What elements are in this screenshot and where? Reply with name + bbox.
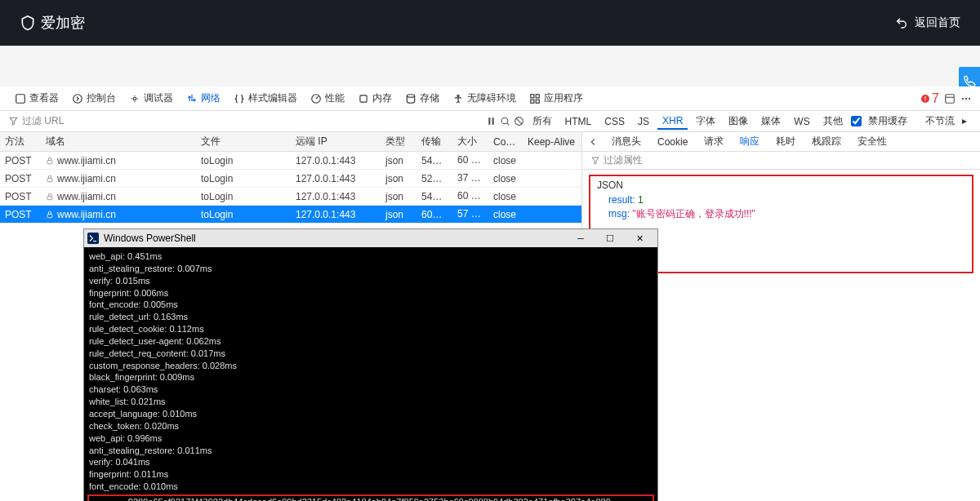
svg-point-5 (407, 94, 414, 97)
powershell-icon (87, 233, 99, 244)
col-size[interactable]: 大小 (452, 133, 488, 150)
svg-rect-14 (946, 94, 955, 103)
filter-css[interactable]: CSS (599, 114, 630, 129)
tab-stack[interactable]: 栈跟踪 (804, 131, 849, 152)
shield-icon (20, 13, 36, 33)
col-type[interactable]: 类型 (381, 133, 416, 150)
svg-rect-19 (488, 117, 490, 125)
svg-point-16 (962, 97, 964, 99)
filter-fonts[interactable]: 字体 (691, 113, 720, 130)
powershell-window: Windows PowerShell ─ ☐ ✕ web_api: 0.451m… (83, 228, 658, 501)
block-icon[interactable] (514, 116, 524, 126)
url-filter[interactable]: 过滤 URL (8, 114, 64, 128)
col-method[interactable]: 方法 (0, 133, 41, 150)
tab-headers[interactable]: 消息头 (604, 131, 649, 152)
console-tab[interactable]: 控制台 (65, 88, 122, 109)
svg-rect-9 (531, 100, 534, 103)
style-editor-tab[interactable]: 样式编辑器 (227, 88, 304, 109)
table-row[interactable]: POSTwww.ijiami.cntoLogin127.0.0.1:443jso… (0, 206, 581, 224)
svg-rect-4 (360, 95, 367, 101)
funnel-icon (590, 156, 600, 166)
col-file[interactable]: 文件 (196, 133, 291, 150)
filter-other[interactable]: 其他 (818, 113, 848, 130)
pause-icon[interactable] (486, 116, 497, 126)
tab-security[interactable]: 安全性 (849, 131, 895, 152)
filter-html[interactable]: HTML (560, 114, 597, 129)
table-row[interactable]: POSTwww.ijiami.cntoLogin127.0.0.1:443jso… (0, 188, 581, 206)
styles-icon (234, 93, 245, 104)
table-row[interactable]: POSTwww.ijiami.cntoLogin127.0.0.1:443jso… (0, 170, 581, 188)
a11y-tab[interactable]: 无障碍环境 (446, 88, 523, 109)
tab-response[interactable]: 响应 (732, 131, 768, 152)
back-icon[interactable] (587, 136, 599, 148)
brand-logo[interactable]: 爱加密 (20, 13, 85, 33)
devtools-toolbar: 查看器 控制台 调试器 网络 样式编辑器 性能 内存 存储 无障碍环境 应用程序… (0, 86, 980, 111)
filter-media[interactable]: 媒体 (756, 113, 786, 130)
svg-point-2 (133, 97, 136, 100)
minimize-button[interactable]: ─ (566, 229, 595, 247)
col-remote[interactable]: 远端 IP (291, 133, 381, 150)
search-icon[interactable] (500, 116, 510, 126)
filter-ws[interactable]: WS (789, 114, 814, 129)
performance-tab[interactable]: 性能 (304, 88, 351, 109)
close-button[interactable]: ✕ (625, 229, 654, 247)
memory-tab[interactable]: 内存 (351, 88, 399, 109)
col-keepalive[interactable]: Keep-Alive (523, 135, 581, 149)
network-table-header: 方法 域名 文件 远端 IP 类型 传输 大小 Conne... Keep-Al… (0, 132, 581, 152)
warning-badge[interactable]: 7 (920, 91, 939, 106)
debugger-tab[interactable]: 调试器 (122, 88, 180, 109)
filter-js[interactable]: JS (633, 114, 654, 129)
more-icon[interactable] (960, 93, 972, 104)
svg-line-24 (515, 118, 522, 125)
perf-icon (310, 93, 322, 104)
application-tab[interactable]: 应用程序 (523, 88, 590, 109)
col-transfer[interactable]: 传输 (416, 133, 452, 150)
response-filter[interactable]: 过滤属性 (582, 152, 980, 170)
filter-all[interactable]: 所有 (528, 113, 557, 130)
ps-title: Windows PowerShell (104, 233, 566, 244)
svg-rect-25 (47, 160, 52, 163)
dock-icon[interactable] (944, 93, 956, 104)
svg-rect-13 (925, 100, 926, 101)
ps-titlebar[interactable]: Windows PowerShell ─ ☐ ✕ (84, 229, 657, 247)
maximize-button[interactable]: ☐ (595, 229, 625, 247)
ps-highlight-box: 0289e65af92171f43922db44cdcead6a99bd2315… (87, 494, 654, 501)
app-icon (529, 93, 541, 104)
console-icon (72, 93, 83, 104)
json-msg-line: msg: "账号密码正确，登录成功!!!" (597, 207, 965, 221)
filter-images[interactable]: 图像 (724, 113, 753, 130)
table-row[interactable]: POSTwww.ijiami.cntoLogin127.0.0.1:443jso… (0, 152, 581, 170)
tab-timing[interactable]: 耗时 (768, 131, 804, 152)
col-conn[interactable]: Conne... (488, 135, 523, 149)
svg-rect-28 (47, 214, 52, 217)
svg-rect-10 (536, 100, 539, 103)
svg-rect-20 (492, 117, 493, 125)
undo-icon (895, 16, 908, 29)
network-tab[interactable]: 网络 (180, 88, 227, 109)
inspector-tab[interactable]: 查看器 (8, 88, 65, 109)
svg-rect-0 (16, 94, 25, 103)
disable-cache-checkbox[interactable]: 禁用缓存 (851, 113, 912, 130)
back-home-link[interactable]: 返回首页 (895, 16, 960, 30)
svg-point-17 (965, 97, 967, 99)
svg-point-21 (501, 117, 508, 124)
tab-cookie[interactable]: Cookie (649, 133, 696, 151)
svg-line-22 (506, 123, 509, 126)
storage-tab[interactable]: 存储 (399, 88, 446, 109)
json-title: JSON (597, 180, 965, 191)
svg-point-18 (969, 97, 970, 99)
memory-icon (358, 93, 369, 104)
tab-request[interactable]: 请求 (696, 131, 732, 152)
network-filter-bar: 过滤 URL 所有 HTML CSS JS XHR 字体 图像 媒体 WS 其他… (0, 111, 980, 132)
throttle-select[interactable]: 不节流 ▸ (915, 113, 972, 130)
storage-icon (405, 93, 416, 104)
filter-xhr[interactable]: XHR (657, 113, 688, 130)
svg-rect-7 (531, 94, 534, 97)
warn-icon (920, 94, 930, 104)
response-tabs: 消息头 Cookie 请求 响应 耗时 栈跟踪 安全性 (582, 132, 980, 152)
ps-body[interactable]: web_api: 0.451msanti_stealing_restore: 0… (84, 247, 657, 501)
col-domain[interactable]: 域名 (41, 133, 196, 150)
svg-point-1 (74, 94, 82, 103)
funnel-icon (8, 116, 19, 126)
brand-text: 爱加密 (41, 13, 85, 33)
